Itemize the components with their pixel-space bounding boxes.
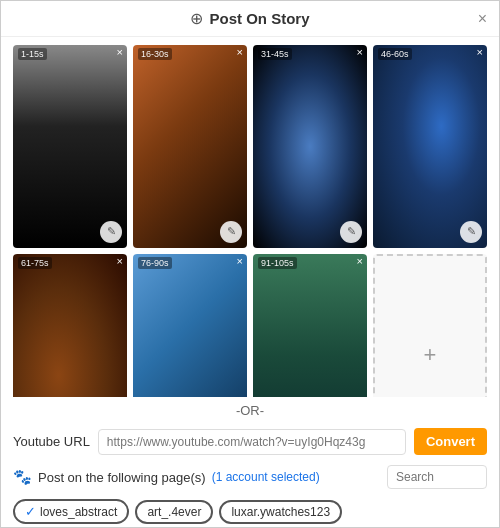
time-label-5: 61-75s <box>18 257 52 269</box>
time-label-1: 1-15s <box>18 48 47 60</box>
edit-button-1[interactable]: ✎ <box>100 221 122 243</box>
time-label-7: 91-105s <box>258 257 297 269</box>
tag-label-3: luxar.ywatches123 <box>231 505 330 519</box>
remove-item-4[interactable]: × <box>477 47 483 58</box>
check-icon-1: ✓ <box>25 504 36 519</box>
content-area: 1-15s × ✎ 16-30s × ✎ 31-45s × ✎ 46- <box>1 37 499 528</box>
page-title: Post On Story <box>209 10 309 27</box>
thumbnail-1 <box>13 45 127 248</box>
remove-item-5[interactable]: × <box>117 256 123 267</box>
tag-label-1: loves_abstract <box>40 505 117 519</box>
account-count-link[interactable]: (1 account selected) <box>212 470 320 484</box>
grid-item-7[interactable]: 91-105s × ✎ <box>253 254 367 397</box>
dog-icon: 🐾 <box>13 468 32 486</box>
convert-button[interactable]: Convert <box>414 428 487 455</box>
tag-label-2: art_.4ever <box>147 505 201 519</box>
post-on-label: Post on the following page(s) <box>38 470 206 485</box>
add-item-button[interactable]: + <box>373 254 487 397</box>
thumbnail-grid: 1-15s × ✎ 16-30s × ✎ 31-45s × ✎ 46- <box>13 45 487 397</box>
close-button[interactable]: × <box>478 10 487 28</box>
grid-item-5[interactable]: 61-75s × ✎ <box>13 254 127 397</box>
tag-luxar-watches[interactable]: luxar.ywatches123 <box>219 500 342 524</box>
time-label-3: 31-45s <box>258 48 292 60</box>
youtube-label: Youtube URL <box>13 434 90 449</box>
time-label-2: 16-30s <box>138 48 172 60</box>
remove-item-2[interactable]: × <box>237 47 243 58</box>
plus-icon: + <box>424 342 437 368</box>
grid-item-2[interactable]: 16-30s × ✎ <box>133 45 247 248</box>
thumbnail-6 <box>133 254 247 397</box>
thumbnail-3 <box>253 45 367 248</box>
grid-item-1[interactable]: 1-15s × ✎ <box>13 45 127 248</box>
post-icon: ⊕ <box>190 9 203 28</box>
youtube-row: Youtube URL Convert <box>1 424 499 459</box>
thumbnail-7 <box>253 254 367 397</box>
tag-art-4ever[interactable]: art_.4ever <box>135 500 213 524</box>
edit-button-2[interactable]: ✎ <box>220 221 242 243</box>
post-on-row: 🐾 Post on the following page(s) (1 accou… <box>1 459 499 495</box>
thumbnail-2 <box>133 45 247 248</box>
thumbnail-5 <box>13 254 127 397</box>
youtube-url-input[interactable] <box>98 429 406 455</box>
remove-item-3[interactable]: × <box>357 47 363 58</box>
title-bar: ⊕ Post On Story × <box>1 1 499 37</box>
edit-button-4[interactable]: ✎ <box>460 221 482 243</box>
remove-item-7[interactable]: × <box>357 256 363 267</box>
thumbnail-4 <box>373 45 487 248</box>
time-label-4: 46-60s <box>378 48 412 60</box>
or-divider: -OR- <box>1 403 499 418</box>
edit-button-3[interactable]: ✎ <box>340 221 362 243</box>
remove-item-1[interactable]: × <box>117 47 123 58</box>
grid-scroll-area[interactable]: 1-15s × ✎ 16-30s × ✎ 31-45s × ✎ 46- <box>1 37 499 397</box>
grid-item-6[interactable]: 76-90s × ✎ <box>133 254 247 397</box>
tag-loves-abstract[interactable]: ✓ loves_abstract <box>13 499 129 524</box>
accounts-search-input[interactable] <box>387 465 487 489</box>
time-label-6: 76-90s <box>138 257 172 269</box>
grid-item-4[interactable]: 46-60s × ✎ <box>373 45 487 248</box>
remove-item-6[interactable]: × <box>237 256 243 267</box>
grid-item-3[interactable]: 31-45s × ✎ <box>253 45 367 248</box>
tags-row: ✓ loves_abstract art_.4ever luxar.ywatch… <box>1 495 499 528</box>
